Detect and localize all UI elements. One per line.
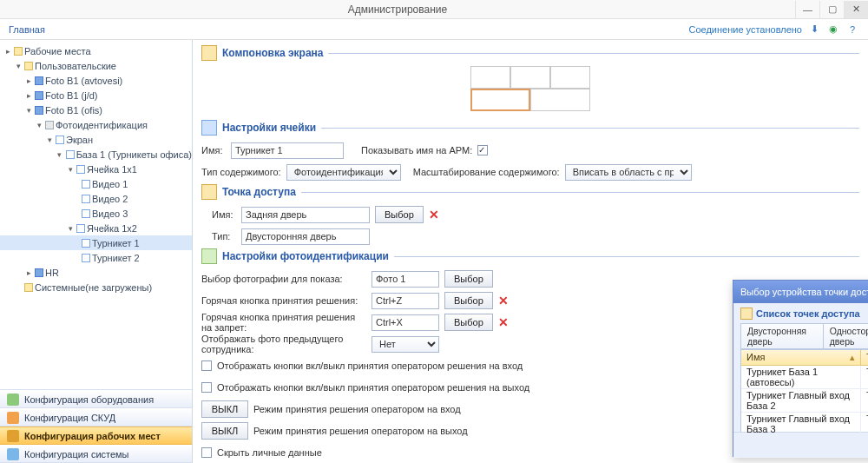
tab-one-way-door[interactable]: Односторонняя дверь	[823, 323, 868, 349]
download-icon[interactable]: ⬇	[807, 23, 821, 36]
ribbon: Главная Соединение установлено ⬇ ◉ ?	[0, 19, 868, 40]
main-panel: Компоновка экрана Настройки ячейки Имя: …	[193, 40, 868, 463]
col-type[interactable]: Тип устройства точки доступа	[861, 350, 868, 365]
tab-two-way-door[interactable]: Двусторонняя дверь	[740, 323, 824, 349]
settings-icon	[45, 121, 54, 129]
hotkey-accept-button[interactable]: Выбор	[444, 292, 493, 309]
content-type-label: Тип содержимого:	[201, 167, 281, 177]
folder-icon	[24, 62, 33, 70]
close-button[interactable]: ✕	[844, 1, 868, 18]
ap-name-label: Имя:	[212, 209, 236, 220]
tree-leaf-selected[interactable]: Турникет 1	[0, 235, 192, 250]
tree-node[interactable]: ▾Foto B1 (ofis)	[0, 103, 192, 117]
tree-node[interactable]: ▸Foto B1 (j/d)	[0, 88, 192, 103]
connection-status: Соединение установлено	[688, 24, 802, 35]
ap-type-label: Тип:	[212, 231, 236, 241]
sort-icon: ▴	[850, 352, 855, 363]
minimize-button[interactable]: —	[795, 1, 819, 18]
tree-node[interactable]: ▸Foto B1 (avtovesi)	[0, 73, 192, 88]
clear-icon[interactable]: ✕	[498, 294, 509, 308]
show-name-checkbox[interactable]	[477, 145, 488, 155]
chk-enter[interactable]	[201, 360, 212, 371]
nav-config-hardware[interactable]: Конфигурация оборудования	[0, 390, 192, 408]
monitor-icon	[35, 91, 43, 100]
nav-config-system[interactable]: Конфигурация системы	[0, 445, 192, 463]
tree-node[interactable]: ▾Экран	[0, 132, 192, 147]
table-row[interactable]: Турникет Главный вход База 2Турникет	[741, 389, 868, 413]
nav-config-skud[interactable]: Конфигурация СКУД	[0, 408, 192, 427]
door-icon	[201, 184, 217, 200]
show-prev-select[interactable]: Нет	[372, 336, 439, 353]
tree-node[interactable]: ▸HR	[0, 265, 192, 280]
table-row[interactable]: Турникет База 1 (автовесы)Турникет	[741, 366, 868, 389]
monitor-icon	[35, 268, 43, 277]
tree-node[interactable]: ▾Пользовательские	[0, 58, 192, 73]
ap-name-input[interactable]	[241, 207, 370, 223]
window-title: Администрирование	[0, 3, 795, 16]
video-icon	[82, 180, 90, 189]
scaling-select[interactable]: Вписать в область с пропорциями	[565, 164, 692, 181]
mode-enter-toggle[interactable]: ВЫКЛ	[201, 400, 248, 418]
clear-icon[interactable]: ✕	[498, 315, 509, 329]
help-icon[interactable]: ?	[845, 23, 859, 36]
monitor-icon	[35, 106, 43, 115]
panel-title: Компоновка экрана	[222, 47, 323, 59]
tree-node[interactable]: ▾База 1 (Турникеты офиса)	[0, 147, 192, 162]
show-prev-label: Отображать фото предыдущего сотрудника:	[201, 334, 366, 354]
chk-hide-personal[interactable]	[201, 447, 212, 458]
gear-icon	[7, 394, 19, 406]
video-icon	[82, 195, 90, 203]
dialog-tabs: Двусторонняя дверь Односторонняя дверь Т…	[740, 323, 868, 349]
tree-node[interactable]: Системные(не загружены)	[0, 280, 192, 294]
dialog-caption: Список точек доступа	[756, 308, 860, 319]
id-icon	[201, 248, 217, 264]
ap-select-button[interactable]: Выбор	[375, 206, 424, 223]
lock-icon	[7, 412, 19, 424]
tree-root[interactable]: ▸Рабочие места	[0, 43, 192, 58]
ribbon-tab-main[interactable]: Главная	[9, 24, 45, 35]
clear-icon[interactable]: ✕	[429, 208, 439, 222]
tree-leaf[interactable]: Видео 2	[0, 191, 192, 206]
monitor-icon	[35, 76, 43, 85]
tree-node[interactable]: ▾Ячейка 1x1	[0, 162, 192, 176]
tree-leaf[interactable]: Видео 3	[0, 206, 192, 221]
panel-title: Точка доступа	[222, 186, 296, 198]
mode-exit-label: Режим принятия решения оператором на вых…	[253, 426, 468, 436]
layout-preview[interactable]	[470, 66, 592, 111]
video-icon	[82, 209, 90, 218]
panel-title: Настройки ячейки	[222, 122, 316, 134]
tree-node[interactable]: ▾Фотоидентификация	[0, 117, 192, 132]
scaling-label: Масштабирование содержимого:	[413, 167, 560, 177]
mode-enter-label: Режим принятия решения оператором на вхо…	[253, 404, 461, 414]
hotkey-deny-input[interactable]	[372, 314, 439, 331]
desktop-icon	[7, 430, 19, 442]
tree-leaf[interactable]: Турникет 2	[0, 250, 192, 265]
turnstile-icon	[82, 254, 90, 262]
device-grid[interactable]: Имя ▴ Тип устройства точки доступа Турни…	[740, 349, 868, 434]
ap-type-input[interactable]	[241, 228, 370, 245]
workspace-tree[interactable]: ▸Рабочие места ▾Пользовательские ▸Foto B…	[0, 40, 192, 389]
content-type-select[interactable]: Фотоидентификация	[286, 164, 401, 181]
globe-icon[interactable]: ◉	[826, 23, 840, 36]
titlebar: Администрирование — ▢ ✕	[0, 0, 868, 19]
tree-leaf[interactable]: Видео 1	[0, 176, 192, 191]
table-row[interactable]: Турникет Главный вход База 3Турникет	[741, 413, 868, 434]
page-icon	[66, 150, 75, 159]
chk-hide-label: Скрыть личные данные	[217, 447, 322, 458]
mode-exit-toggle[interactable]: ВЫКЛ	[201, 422, 248, 440]
cell-icon	[76, 165, 85, 174]
tree-node[interactable]: ▾Ячейка 1x2	[0, 221, 192, 235]
hotkey-accept-input[interactable]	[372, 293, 439, 309]
photo-choice-input[interactable]	[372, 271, 439, 288]
list-icon	[740, 308, 753, 320]
cell-name-input[interactable]	[231, 142, 344, 159]
maximize-button[interactable]: ▢	[819, 1, 844, 18]
hotkey-deny-button[interactable]: Выбор	[444, 314, 493, 331]
col-name[interactable]: Имя ▴	[741, 350, 861, 365]
dialog-titlebar[interactable]: Выбор устройства точки доступа ✕	[733, 281, 868, 303]
turnstile-icon	[82, 239, 90, 248]
chk-exit[interactable]	[201, 382, 212, 393]
nav-config-workplaces[interactable]: Конфигурация рабочих мест	[0, 427, 192, 445]
panel-layout-head: Компоновка экрана	[201, 45, 859, 61]
photo-choice-button[interactable]: Выбор	[444, 270, 493, 288]
